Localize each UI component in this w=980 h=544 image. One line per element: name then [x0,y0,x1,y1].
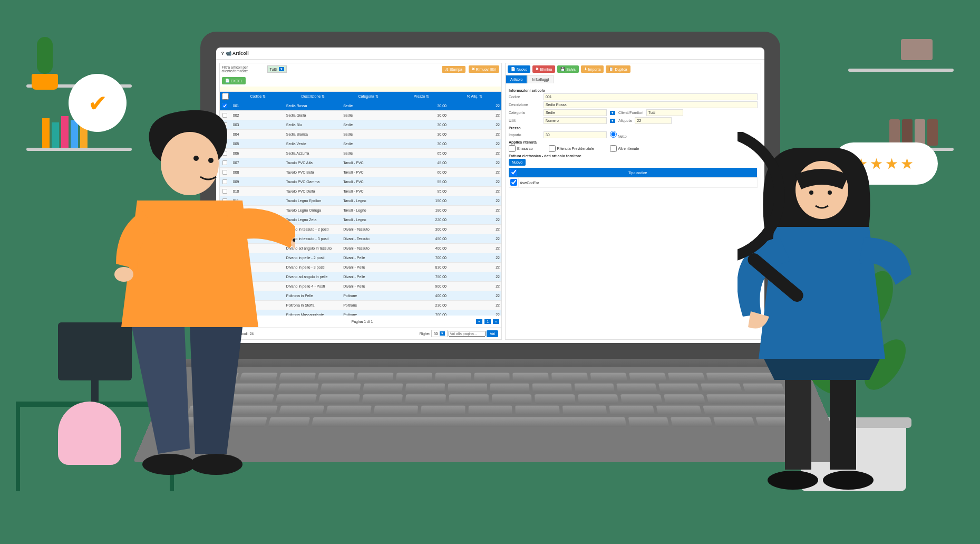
svg-rect-19 [830,380,856,470]
righe-label: Righe: [419,332,430,336]
filter-label: Filtra articoli per cliente/fornitore: [222,65,264,73]
enasarco-check[interactable]: Enasarco [509,145,533,152]
fe-table: Tipo codice AswCodFor [509,168,758,188]
tab-articolo[interactable]: Articolo [506,75,527,83]
search-descrizione[interactable] [285,88,341,91]
svg-point-8 [193,156,199,161]
righe-select[interactable]: 30▾ [431,330,448,337]
cactus [37,37,58,90]
pager-page[interactable]: 1 [484,319,491,324]
col-header[interactable]: Codice ⇅ [231,92,285,102]
person-woman [738,132,875,501]
aliquota-input[interactable]: 22 [635,117,672,124]
codice-input[interactable]: 001 [544,93,758,100]
fe-row-value[interactable]: AswCodFor [518,178,757,188]
search-prezzo[interactable] [395,88,448,91]
altre-check[interactable]: Altre ritenute [610,145,639,152]
person-man [105,106,242,485]
goto-input[interactable] [449,331,486,337]
svg-point-20 [768,471,818,490]
importa-button[interactable]: ⬇ Importa [581,65,604,73]
search-codice[interactable] [232,88,284,91]
pager-next[interactable]: » [493,319,499,324]
col-header[interactable]: % Aliq. ⇅ [448,92,501,102]
stampa-button[interactable]: 🖨 Stampa [442,66,465,73]
svg-point-21 [823,471,874,490]
page-title: Articoli [232,51,249,56]
svg-point-17 [828,190,832,195]
svg-point-12 [114,267,133,282]
check-icon: ✔ [88,90,108,117]
descrizione-input[interactable]: Sedia Rossa [544,101,758,108]
svg-point-16 [809,190,813,195]
col-header[interactable] [220,92,231,102]
elimina-button[interactable]: ✖ Elimina [532,65,555,73]
section-prezzo: Prezzo [509,126,758,130]
fe-nuovo-button[interactable]: Nuovo [509,159,526,166]
help-icon[interactable]: ? [221,51,226,56]
video-icon[interactable]: 📹 [226,51,232,56]
excel-button[interactable]: 📄 EXCEL [222,77,246,84]
cliente-fornitori-select[interactable]: Tutti [646,109,683,116]
chevron-down-icon[interactable]: ▾ [610,111,615,115]
col-header[interactable]: Categoria ⇅ [342,92,395,102]
section-fe: Fattura elettronica - dati articolo forn… [509,154,758,158]
vai-button[interactable]: Vai [487,330,498,337]
categoria-select[interactable]: Sedie [544,109,607,116]
salva-button[interactable]: 💾 Salva [557,65,579,73]
search-categoria[interactable] [342,88,394,91]
rimuovi-filtri-button[interactable]: ✖ Rimuovi filtri [469,65,499,73]
chevron-down-icon[interactable]: ▾ [610,119,615,123]
um-select[interactable]: Numero [544,117,607,124]
col-header[interactable]: Descrizione ⇅ [285,92,342,102]
pager-prev[interactable]: « [476,319,482,324]
folders [901,39,943,60]
nuovo-button[interactable]: 📄 Nuovo [508,65,530,73]
app-header: ? 📹 Articoli [216,47,764,60]
filter-select[interactable]: Tutti▾ [267,65,287,73]
section-info: Informazioni articolo [509,89,758,92]
fe-row-check[interactable] [510,179,517,186]
svg-point-14 [190,454,242,475]
search-aliq[interactable] [449,88,501,91]
svg-rect-18 [785,380,811,470]
col-header[interactable]: Prezzo ⇅ [395,92,448,102]
shelf-right-1 [848,69,954,72]
svg-point-7 [161,132,219,195]
svg-point-13 [142,454,195,475]
importo-input[interactable]: 30 [544,131,607,138]
tab-imballaggi[interactable]: Imballaggi [527,75,554,83]
netto-radio[interactable]: Netto [610,131,642,138]
previdenziale-check[interactable]: Ritenuta Previdenziale [549,145,594,152]
duplica-button[interactable]: 📋 Duplica [606,65,630,73]
section-ritenuta: Applica ritenuta [509,140,758,144]
svg-point-9 [208,158,214,163]
